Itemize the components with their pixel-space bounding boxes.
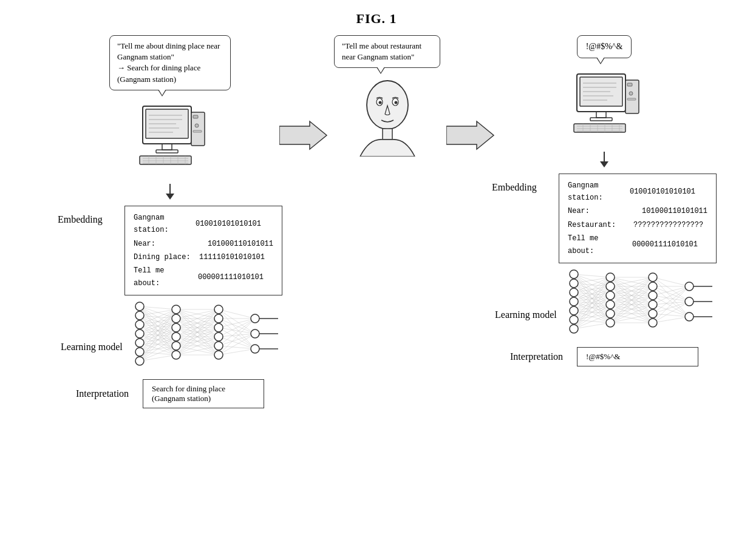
svg-line-105	[219, 309, 255, 349]
svg-point-122	[135, 311, 144, 320]
svg-rect-7	[162, 144, 172, 150]
svg-point-130	[172, 323, 180, 332]
emb-row-r: Restaurant:????????????????	[568, 219, 707, 231]
svg-line-61	[140, 309, 176, 361]
svg-point-121	[135, 302, 144, 311]
svg-rect-10	[193, 115, 198, 118]
svg-point-281	[570, 297, 578, 306]
svg-line-275	[653, 286, 689, 323]
svg-point-135	[214, 314, 223, 323]
emb-row-r: Near:101000110101011	[568, 205, 707, 217]
svg-point-288	[606, 300, 615, 309]
svg-point-139	[214, 351, 223, 359]
embedding-label-right: Embedding	[492, 174, 559, 193]
svg-point-282	[570, 306, 578, 315]
interp-label-right: Interpretation	[510, 351, 577, 362]
svg-point-131	[172, 332, 180, 341]
svg-line-272	[653, 286, 689, 314]
svg-point-124	[135, 329, 144, 338]
emb-row: Tell me about:000001111010101	[134, 265, 273, 289]
svg-line-261	[653, 277, 689, 302]
svg-line-212	[574, 277, 610, 320]
svg-point-287	[606, 291, 615, 300]
embedding-box-right: Gangnam station:010010101010101 Near:101…	[559, 174, 717, 263]
interp-box-right: !@#$%^&	[577, 347, 698, 366]
svg-line-220	[574, 295, 610, 329]
svg-line-260	[653, 277, 689, 286]
speech-bubble-middle: "Tell me about restaurant near Gangnam s…	[334, 35, 440, 68]
svg-line-113	[219, 334, 255, 337]
down-arrow-left	[163, 183, 177, 203]
svg-point-284	[570, 325, 578, 333]
speech-bubble-right: !@#$%^&	[577, 35, 632, 58]
svg-point-133	[172, 351, 180, 359]
svg-point-138	[214, 342, 223, 350]
svg-point-292	[649, 282, 657, 291]
page: FIG. 1 "Tell me about dining place near …	[0, 0, 753, 560]
nn-label-right: Learning model	[495, 291, 562, 320]
svg-line-264	[653, 286, 689, 302]
svg-line-269	[653, 286, 689, 305]
svg-line-273	[653, 302, 689, 314]
svg-marker-156	[446, 121, 494, 149]
down-arrow-right	[597, 150, 612, 171]
svg-point-283	[570, 315, 578, 324]
svg-point-142	[251, 345, 259, 353]
svg-point-11	[195, 124, 199, 127]
svg-point-129	[172, 314, 180, 323]
svg-point-295	[649, 309, 657, 318]
svg-point-137	[214, 332, 223, 341]
svg-rect-164	[596, 112, 606, 118]
svg-point-297	[685, 282, 693, 291]
svg-line-117	[219, 346, 255, 349]
svg-point-136	[214, 323, 223, 332]
svg-point-153	[378, 101, 381, 104]
svg-point-154	[394, 101, 397, 104]
svg-line-112	[219, 319, 255, 337]
svg-point-278	[570, 270, 578, 278]
emb-row: Near:101000110101011	[134, 238, 273, 250]
svg-line-104	[219, 309, 255, 334]
svg-point-126	[135, 348, 144, 356]
speech-bubble-left: "Tell me about dining place near Gangnam…	[109, 35, 231, 90]
svg-rect-169	[627, 98, 636, 100]
svg-line-116	[219, 334, 255, 346]
svg-line-182	[574, 274, 610, 277]
svg-line-262	[653, 277, 689, 317]
svg-point-296	[649, 319, 657, 327]
svg-line-277	[653, 317, 689, 323]
svg-rect-8	[156, 150, 178, 153]
svg-line-120	[219, 349, 255, 355]
computer-right	[565, 68, 644, 149]
svg-line-274	[653, 314, 689, 317]
arrow-right-1	[279, 120, 328, 150]
svg-rect-12	[193, 130, 202, 132]
person-face	[357, 78, 418, 159]
svg-rect-155	[383, 129, 392, 140]
svg-point-168	[629, 92, 633, 95]
interp-box-left: Search for dining place (Gangnam station…	[143, 379, 264, 408]
svg-line-115	[219, 319, 255, 346]
svg-line-118	[219, 319, 255, 355]
svg-line-103	[219, 309, 255, 319]
svg-point-294	[649, 300, 657, 309]
fig-title: FIG. 1	[356, 11, 397, 27]
svg-point-132	[172, 342, 180, 350]
svg-point-293	[649, 291, 657, 300]
svg-line-267	[653, 295, 689, 302]
nn-svg-left	[128, 300, 279, 376]
svg-point-128	[172, 305, 180, 314]
svg-line-218	[574, 277, 610, 329]
emb-row: Dining place:111110101010101	[134, 251, 273, 263]
svg-point-290	[606, 319, 615, 327]
svg-line-107	[219, 319, 255, 334]
svg-point-280	[570, 288, 578, 297]
nn-svg-right	[562, 268, 714, 343]
svg-marker-24	[166, 194, 174, 200]
svg-point-134	[214, 305, 223, 314]
svg-point-279	[570, 279, 578, 288]
svg-point-127	[135, 357, 144, 365]
svg-marker-181	[600, 161, 608, 167]
svg-point-285	[606, 273, 615, 282]
svg-line-63	[140, 328, 176, 361]
